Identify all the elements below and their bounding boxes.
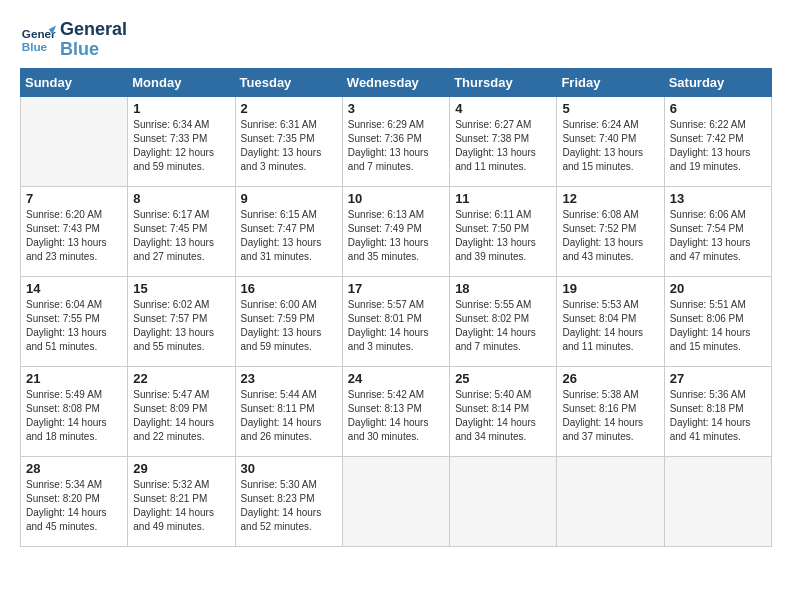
day-number: 21 <box>26 371 122 386</box>
day-number: 12 <box>562 191 658 206</box>
day-info: Sunrise: 5:38 AMSunset: 8:16 PMDaylight:… <box>562 388 658 444</box>
calendar-cell: 17Sunrise: 5:57 AMSunset: 8:01 PMDayligh… <box>342 276 449 366</box>
calendar-cell: 18Sunrise: 5:55 AMSunset: 8:02 PMDayligh… <box>450 276 557 366</box>
day-number: 26 <box>562 371 658 386</box>
calendar-cell: 11Sunrise: 6:11 AMSunset: 7:50 PMDayligh… <box>450 186 557 276</box>
day-info: Sunrise: 6:17 AMSunset: 7:45 PMDaylight:… <box>133 208 229 264</box>
week-row-1: 1Sunrise: 6:34 AMSunset: 7:33 PMDaylight… <box>21 96 772 186</box>
day-header-monday: Monday <box>128 68 235 96</box>
day-number: 18 <box>455 281 551 296</box>
day-info: Sunrise: 5:34 AMSunset: 8:20 PMDaylight:… <box>26 478 122 534</box>
day-number: 15 <box>133 281 229 296</box>
day-info: Sunrise: 6:04 AMSunset: 7:55 PMDaylight:… <box>26 298 122 354</box>
calendar-cell <box>21 96 128 186</box>
day-number: 25 <box>455 371 551 386</box>
day-info: Sunrise: 5:30 AMSunset: 8:23 PMDaylight:… <box>241 478 337 534</box>
day-info: Sunrise: 5:42 AMSunset: 8:13 PMDaylight:… <box>348 388 444 444</box>
day-number: 2 <box>241 101 337 116</box>
day-number: 3 <box>348 101 444 116</box>
calendar-cell: 27Sunrise: 5:36 AMSunset: 8:18 PMDayligh… <box>664 366 771 456</box>
day-number: 19 <box>562 281 658 296</box>
calendar-cell <box>342 456 449 546</box>
week-row-3: 14Sunrise: 6:04 AMSunset: 7:55 PMDayligh… <box>21 276 772 366</box>
day-info: Sunrise: 5:40 AMSunset: 8:14 PMDaylight:… <box>455 388 551 444</box>
calendar-cell <box>450 456 557 546</box>
day-number: 23 <box>241 371 337 386</box>
day-header-saturday: Saturday <box>664 68 771 96</box>
day-number: 1 <box>133 101 229 116</box>
day-info: Sunrise: 6:31 AMSunset: 7:35 PMDaylight:… <box>241 118 337 174</box>
calendar-cell: 13Sunrise: 6:06 AMSunset: 7:54 PMDayligh… <box>664 186 771 276</box>
calendar-cell: 26Sunrise: 5:38 AMSunset: 8:16 PMDayligh… <box>557 366 664 456</box>
day-info: Sunrise: 6:02 AMSunset: 7:57 PMDaylight:… <box>133 298 229 354</box>
day-info: Sunrise: 6:27 AMSunset: 7:38 PMDaylight:… <box>455 118 551 174</box>
day-info: Sunrise: 6:34 AMSunset: 7:33 PMDaylight:… <box>133 118 229 174</box>
day-number: 10 <box>348 191 444 206</box>
day-info: Sunrise: 5:47 AMSunset: 8:09 PMDaylight:… <box>133 388 229 444</box>
calendar-cell: 1Sunrise: 6:34 AMSunset: 7:33 PMDaylight… <box>128 96 235 186</box>
day-info: Sunrise: 5:44 AMSunset: 8:11 PMDaylight:… <box>241 388 337 444</box>
day-info: Sunrise: 5:36 AMSunset: 8:18 PMDaylight:… <box>670 388 766 444</box>
week-row-5: 28Sunrise: 5:34 AMSunset: 8:20 PMDayligh… <box>21 456 772 546</box>
calendar-cell: 30Sunrise: 5:30 AMSunset: 8:23 PMDayligh… <box>235 456 342 546</box>
day-number: 17 <box>348 281 444 296</box>
day-number: 8 <box>133 191 229 206</box>
day-header-friday: Friday <box>557 68 664 96</box>
day-info: Sunrise: 6:22 AMSunset: 7:42 PMDaylight:… <box>670 118 766 174</box>
svg-text:Blue: Blue <box>22 40 48 53</box>
calendar-cell: 20Sunrise: 5:51 AMSunset: 8:06 PMDayligh… <box>664 276 771 366</box>
day-info: Sunrise: 6:24 AMSunset: 7:40 PMDaylight:… <box>562 118 658 174</box>
week-row-2: 7Sunrise: 6:20 AMSunset: 7:43 PMDaylight… <box>21 186 772 276</box>
calendar-cell: 12Sunrise: 6:08 AMSunset: 7:52 PMDayligh… <box>557 186 664 276</box>
calendar-cell: 15Sunrise: 6:02 AMSunset: 7:57 PMDayligh… <box>128 276 235 366</box>
day-number: 9 <box>241 191 337 206</box>
calendar-cell: 19Sunrise: 5:53 AMSunset: 8:04 PMDayligh… <box>557 276 664 366</box>
day-info: Sunrise: 5:51 AMSunset: 8:06 PMDaylight:… <box>670 298 766 354</box>
day-number: 5 <box>562 101 658 116</box>
day-info: Sunrise: 5:32 AMSunset: 8:21 PMDaylight:… <box>133 478 229 534</box>
day-number: 28 <box>26 461 122 476</box>
day-info: Sunrise: 6:00 AMSunset: 7:59 PMDaylight:… <box>241 298 337 354</box>
calendar-cell: 3Sunrise: 6:29 AMSunset: 7:36 PMDaylight… <box>342 96 449 186</box>
page-header: General Blue General Blue <box>20 20 772 60</box>
calendar-cell <box>664 456 771 546</box>
day-number: 27 <box>670 371 766 386</box>
day-number: 4 <box>455 101 551 116</box>
day-info: Sunrise: 6:29 AMSunset: 7:36 PMDaylight:… <box>348 118 444 174</box>
logo: General Blue General Blue <box>20 20 127 60</box>
calendar-cell <box>557 456 664 546</box>
day-info: Sunrise: 5:49 AMSunset: 8:08 PMDaylight:… <box>26 388 122 444</box>
calendar-cell: 9Sunrise: 6:15 AMSunset: 7:47 PMDaylight… <box>235 186 342 276</box>
day-info: Sunrise: 6:15 AMSunset: 7:47 PMDaylight:… <box>241 208 337 264</box>
day-info: Sunrise: 5:57 AMSunset: 8:01 PMDaylight:… <box>348 298 444 354</box>
day-number: 7 <box>26 191 122 206</box>
day-number: 14 <box>26 281 122 296</box>
day-header-wednesday: Wednesday <box>342 68 449 96</box>
calendar-cell: 21Sunrise: 5:49 AMSunset: 8:08 PMDayligh… <box>21 366 128 456</box>
day-info: Sunrise: 6:11 AMSunset: 7:50 PMDaylight:… <box>455 208 551 264</box>
calendar-cell: 8Sunrise: 6:17 AMSunset: 7:45 PMDaylight… <box>128 186 235 276</box>
day-info: Sunrise: 6:08 AMSunset: 7:52 PMDaylight:… <box>562 208 658 264</box>
day-info: Sunrise: 6:20 AMSunset: 7:43 PMDaylight:… <box>26 208 122 264</box>
calendar-cell: 24Sunrise: 5:42 AMSunset: 8:13 PMDayligh… <box>342 366 449 456</box>
day-number: 24 <box>348 371 444 386</box>
day-number: 16 <box>241 281 337 296</box>
calendar-cell: 25Sunrise: 5:40 AMSunset: 8:14 PMDayligh… <box>450 366 557 456</box>
day-info: Sunrise: 6:06 AMSunset: 7:54 PMDaylight:… <box>670 208 766 264</box>
calendar-cell: 6Sunrise: 6:22 AMSunset: 7:42 PMDaylight… <box>664 96 771 186</box>
calendar-cell: 2Sunrise: 6:31 AMSunset: 7:35 PMDaylight… <box>235 96 342 186</box>
day-number: 6 <box>670 101 766 116</box>
calendar-cell: 28Sunrise: 5:34 AMSunset: 8:20 PMDayligh… <box>21 456 128 546</box>
day-number: 29 <box>133 461 229 476</box>
calendar-cell: 29Sunrise: 5:32 AMSunset: 8:21 PMDayligh… <box>128 456 235 546</box>
day-number: 11 <box>455 191 551 206</box>
week-row-4: 21Sunrise: 5:49 AMSunset: 8:08 PMDayligh… <box>21 366 772 456</box>
calendar-cell: 5Sunrise: 6:24 AMSunset: 7:40 PMDaylight… <box>557 96 664 186</box>
day-number: 20 <box>670 281 766 296</box>
calendar-cell: 16Sunrise: 6:00 AMSunset: 7:59 PMDayligh… <box>235 276 342 366</box>
day-header-sunday: Sunday <box>21 68 128 96</box>
day-header-tuesday: Tuesday <box>235 68 342 96</box>
day-info: Sunrise: 5:55 AMSunset: 8:02 PMDaylight:… <box>455 298 551 354</box>
day-number: 22 <box>133 371 229 386</box>
calendar-table: SundayMondayTuesdayWednesdayThursdayFrid… <box>20 68 772 547</box>
